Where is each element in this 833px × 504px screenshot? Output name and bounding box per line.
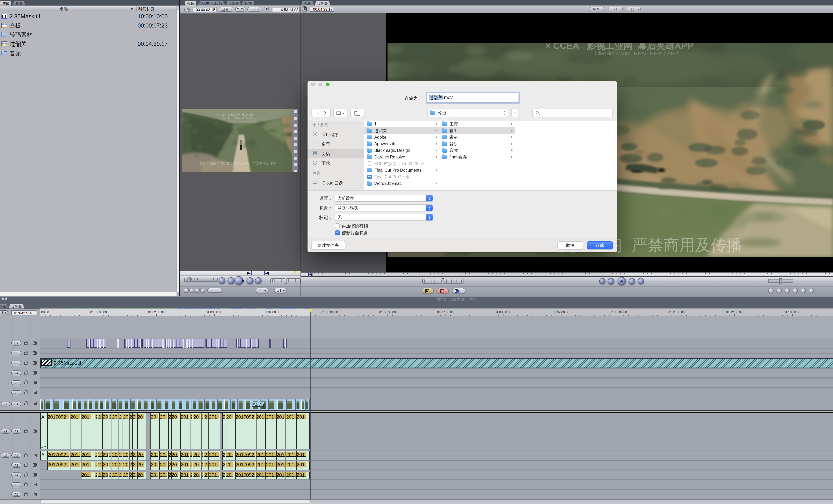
svg-text:× CCEA 影视工业网 幕后英雄APP: × CCEA 影视工业网 幕后英雄APP xyxy=(545,43,693,51)
svg-text:CineHello.com | REAL HERO APP: CineHello.com | REAL HERO APP xyxy=(222,117,253,119)
svg-text:仅限中国剪辑助理群会员交流学习，严禁商用及传播: 仅限中国剪辑助理群会员交流学习，严禁商用及传播 xyxy=(200,161,276,165)
svg-text:× CCEA 影视工业网 幕后英雄APP: × CCEA 影视工业网 幕后英雄APP xyxy=(217,113,257,116)
svg-text:CineHello.com REAL HERO APP: CineHello.com REAL HERO APP xyxy=(595,50,678,56)
